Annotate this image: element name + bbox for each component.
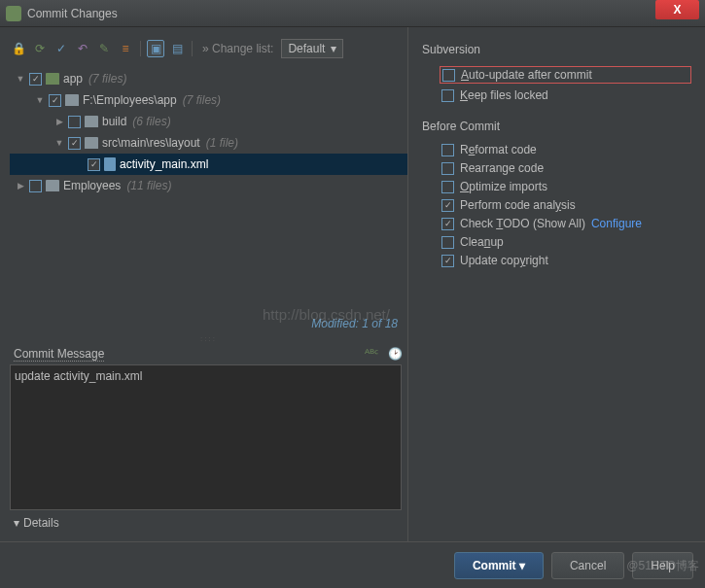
changelist-icon[interactable]: ≡ bbox=[117, 40, 134, 57]
tree-label: build bbox=[102, 115, 126, 128]
expand-arrow-icon[interactable]: ▶ bbox=[54, 117, 64, 126]
option-auto_update[interactable]: Auto-update after commit bbox=[440, 66, 691, 84]
tree-count: (6 files) bbox=[132, 115, 170, 128]
option-copyright[interactable]: Update copyright bbox=[441, 254, 691, 267]
folder-icon bbox=[85, 116, 98, 127]
toolbar-separator bbox=[140, 41, 141, 56]
option-optimize[interactable]: Optimize imports bbox=[441, 180, 691, 193]
folder-icon bbox=[85, 137, 98, 149]
checkbox[interactable] bbox=[441, 236, 454, 249]
commit-message-label: Commit Message bbox=[14, 347, 104, 362]
expand-arrow-icon[interactable]: ▶ bbox=[16, 181, 25, 190]
checkbox[interactable] bbox=[442, 69, 455, 82]
expand-arrow-icon[interactable]: ▼ bbox=[54, 138, 64, 148]
commit-message-header: Commit Message ᴬᴮᶜ 🕑 bbox=[10, 343, 407, 364]
tree-label: Employees bbox=[63, 179, 121, 192]
option-todo[interactable]: Check TODO (Show All) Configure bbox=[441, 217, 691, 230]
chevron-down-icon: ▾ bbox=[14, 516, 19, 530]
toolbar-separator bbox=[192, 41, 193, 56]
configure-link[interactable]: Configure bbox=[591, 217, 642, 230]
checkbox[interactable] bbox=[441, 199, 454, 212]
option-rearrange[interactable]: Rearrange code bbox=[441, 161, 691, 175]
expand-arrow-icon[interactable]: ▼ bbox=[35, 95, 45, 105]
option-label: Optimize imports bbox=[460, 180, 547, 193]
refresh-icon[interactable]: ⟳ bbox=[31, 40, 49, 57]
changelist-value: Default bbox=[288, 42, 325, 55]
folder-icon bbox=[46, 73, 59, 85]
tree-row[interactable]: ▶build(6 files) bbox=[10, 111, 407, 132]
before-commit-title: Before Commit bbox=[422, 120, 691, 133]
subversion-title: Subversion bbox=[422, 43, 691, 56]
app-icon bbox=[6, 6, 21, 21]
option-label: Update copyright bbox=[460, 254, 548, 267]
tree-count: (7 files) bbox=[88, 72, 126, 86]
file-tree[interactable]: ▼app(7 files)▼F:\Employees\app(7 files)▶… bbox=[10, 64, 407, 313]
cancel-button[interactable]: Cancel bbox=[551, 552, 624, 579]
titlebar: Commit Changes X bbox=[0, 0, 705, 27]
chevron-down-icon: ▾ bbox=[519, 559, 525, 572]
checkbox[interactable] bbox=[49, 94, 61, 107]
tree-row[interactable]: ▼app(7 files) bbox=[10, 68, 407, 89]
footer: Commit ▾ Cancel Help bbox=[0, 541, 705, 588]
collapse-icon[interactable]: ▤ bbox=[168, 40, 186, 57]
checkbox[interactable] bbox=[29, 73, 42, 86]
grip-handle[interactable]: :::: bbox=[10, 334, 407, 343]
tree-row[interactable]: ▼src\main\res\layout(1 file) bbox=[10, 132, 407, 154]
toolbar: 🔒 ⟳ ✓ ↶ ✎ ≡ ▣ ▤ » Change list: Default ▾ bbox=[10, 33, 407, 64]
close-button[interactable]: X bbox=[655, 0, 699, 19]
option-analysis[interactable]: Perform code analysis bbox=[441, 198, 691, 212]
help-button[interactable]: Help bbox=[632, 552, 693, 579]
right-pane: Subversion Auto-update after commitKeep … bbox=[408, 27, 705, 541]
spellcheck-icon[interactable]: ᴬᴮᶜ bbox=[363, 345, 380, 363]
checkbox[interactable] bbox=[441, 144, 454, 156]
option-keep_files[interactable]: Keep files locked bbox=[441, 88, 691, 102]
option-label: Rearrange code bbox=[460, 161, 544, 175]
history-icon[interactable]: 🕑 bbox=[386, 345, 404, 363]
checkbox[interactable] bbox=[441, 255, 454, 267]
modified-status: Modified: 1 of 18 bbox=[10, 313, 407, 334]
content-area: 🔒 ⟳ ✓ ↶ ✎ ≡ ▣ ▤ » Change list: Default ▾… bbox=[0, 27, 705, 541]
checkbox[interactable] bbox=[441, 162, 454, 175]
tree-row[interactable]: ▼F:\Employees\app(7 files) bbox=[10, 89, 407, 111]
changelist-label: » Change list: bbox=[202, 42, 273, 55]
tree-count: (7 files) bbox=[183, 93, 221, 107]
tree-label: activity_main.xml bbox=[120, 157, 208, 171]
changelist-dropdown[interactable]: Default ▾ bbox=[281, 39, 343, 58]
tree-label: src\main\res\layout bbox=[102, 136, 200, 150]
commit-button[interactable]: Commit ▾ bbox=[454, 552, 544, 579]
option-cleanup[interactable]: Cleanup bbox=[441, 235, 691, 249]
checkbox[interactable] bbox=[29, 180, 42, 192]
tree-row[interactable]: ▶Employees(11 files) bbox=[10, 175, 407, 196]
checkbox[interactable] bbox=[441, 89, 454, 102]
tree-label: F:\Employees\app bbox=[83, 93, 177, 107]
undo-icon[interactable]: ↶ bbox=[74, 40, 91, 57]
tree-label: app bbox=[63, 72, 83, 86]
lock-icon[interactable]: 🔒 bbox=[10, 40, 27, 57]
tree-count: (1 file) bbox=[206, 136, 238, 150]
checkbox[interactable] bbox=[441, 218, 454, 230]
window-title: Commit Changes bbox=[27, 7, 699, 20]
option-label: Reformat code bbox=[460, 143, 537, 156]
details-toggle[interactable]: ▾ Details bbox=[10, 510, 407, 536]
checkbox[interactable] bbox=[68, 137, 81, 150]
diff-icon[interactable]: ✎ bbox=[95, 40, 113, 57]
option-label: Keep files locked bbox=[460, 88, 548, 102]
file-icon bbox=[104, 157, 116, 171]
checkbox[interactable] bbox=[441, 181, 454, 193]
commit-icon[interactable]: ✓ bbox=[53, 40, 70, 57]
left-pane: 🔒 ⟳ ✓ ↶ ✎ ≡ ▣ ▤ » Change list: Default ▾… bbox=[0, 27, 408, 541]
checkbox[interactable] bbox=[88, 158, 100, 171]
folder-icon bbox=[65, 94, 79, 106]
chevron-down-icon: ▾ bbox=[331, 42, 336, 55]
tree-row[interactable]: activity_main.xml bbox=[10, 154, 407, 175]
tree-count: (11 files) bbox=[126, 179, 171, 192]
checkbox[interactable] bbox=[68, 116, 81, 128]
commit-message-input[interactable] bbox=[10, 364, 402, 510]
option-reformat[interactable]: Reformat code bbox=[441, 143, 691, 156]
expand-arrow-icon[interactable]: ▼ bbox=[16, 74, 25, 84]
option-label: Check TODO (Show All) bbox=[460, 217, 585, 230]
folder-icon bbox=[46, 180, 59, 191]
option-label: Cleanup bbox=[460, 235, 504, 249]
group-icon[interactable]: ▣ bbox=[147, 40, 164, 57]
details-label: Details bbox=[23, 516, 59, 530]
